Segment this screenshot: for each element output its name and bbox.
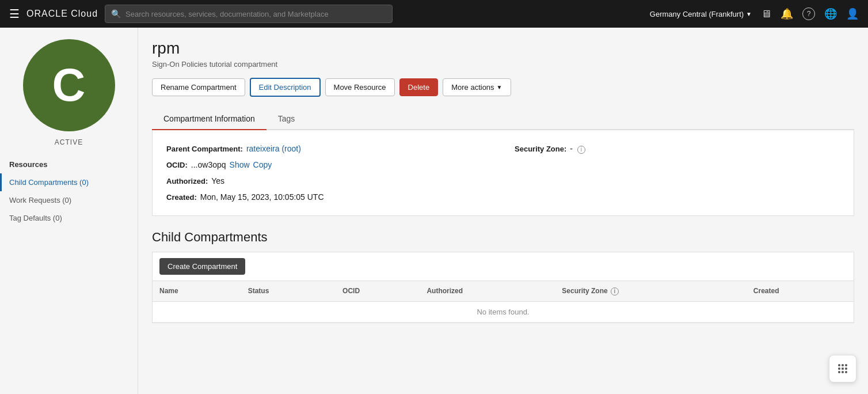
sidebar: C ACTIVE Resources Child Compartments (0… [0, 28, 138, 394]
page-title: rpm [152, 39, 854, 58]
page-subtitle: Sign-On Policies tutorial compartment [152, 60, 854, 69]
cloud-icon[interactable]: 🖥 [761, 8, 771, 20]
security-zone-value: - [570, 144, 573, 153]
create-compartment-button[interactable]: Create Compartment [159, 258, 245, 275]
chevron-down-icon: ▼ [746, 11, 752, 17]
help-icon[interactable]: ? [802, 7, 815, 20]
chevron-down-icon: ▼ [497, 84, 502, 90]
help-float-button[interactable] [829, 355, 856, 382]
sidebar-item-tag-defaults[interactable]: Tag Defaults (0) [0, 209, 138, 227]
region-selector[interactable]: Germany Central (Frankfurt) ▼ [650, 10, 752, 18]
user-icon[interactable]: 👤 [846, 7, 859, 20]
parent-compartment-link[interactable]: rateixeira (root) [246, 144, 301, 153]
col-security-zone: Security Zone i [555, 281, 747, 301]
status-badge: ACTIVE [55, 138, 83, 146]
main-layout: C ACTIVE Resources Child Compartments (0… [0, 28, 868, 394]
created-field: Created: Mon, May 15, 2023, 10:05:05 UTC [166, 192, 492, 202]
security-zone-field: Security Zone: - i [515, 144, 840, 154]
main-content: rpm Sign-On Policies tutorial compartmen… [138, 28, 868, 394]
tab-compartment-information[interactable]: Compartment Information [152, 108, 267, 130]
col-name: Name [153, 281, 241, 301]
move-resource-button[interactable]: Move Resource [325, 78, 395, 96]
table-header: Name Status OCID Authorized Security Zon… [153, 281, 854, 301]
sidebar-item-work-requests[interactable]: Work Requests (0) [0, 191, 138, 209]
table-empty-row: No items found. [153, 301, 854, 322]
col-created: Created [747, 281, 854, 301]
authorized-label: Authorized: [166, 177, 208, 185]
tab-tags[interactable]: Tags [267, 108, 307, 130]
col-ocid: OCID [336, 281, 420, 301]
topnav: ☰ ORACLE Cloud 🔍 Germany Central (Frankf… [0, 0, 868, 28]
search-bar[interactable]: 🔍 [105, 5, 393, 23]
hamburger-icon[interactable]: ☰ [9, 7, 20, 21]
parent-compartment-label: Parent Compartment: [166, 145, 243, 153]
parent-compartment-field: Parent Compartment: rateixeira (root) [166, 144, 492, 153]
child-compartments-table: Name Status OCID Authorized Security Zon… [153, 281, 854, 323]
ocid-show-link[interactable]: Show [230, 160, 250, 169]
authorized-value: Yes [211, 176, 224, 185]
delete-button[interactable]: Delete [399, 78, 439, 96]
search-input[interactable] [125, 10, 386, 18]
ocid-field: OCID: ...ow3opq Show Copy [166, 160, 492, 169]
rename-compartment-button[interactable]: Rename Compartment [152, 78, 245, 96]
authorized-field: Authorized: Yes [166, 176, 492, 185]
info-left: Parent Compartment: rateixeira (root) OC… [166, 144, 492, 202]
sidebar-nav: Child Compartments (0) Work Requests (0)… [0, 173, 138, 227]
info-right: Security Zone: - i [515, 144, 840, 202]
tabs: Compartment Information Tags [152, 108, 854, 130]
table-body: No items found. [153, 301, 854, 322]
action-bar: Rename Compartment Edit Description Move… [152, 78, 854, 97]
col-status: Status [241, 281, 336, 301]
ocid-copy-link[interactable]: Copy [253, 160, 272, 169]
info-grid: Parent Compartment: rateixeira (root) OC… [166, 144, 840, 202]
grid-icon [838, 364, 847, 373]
child-compartments-table-container: Create Compartment Name Status OCID Auth… [152, 252, 854, 323]
region-label: Germany Central (Frankfurt) [650, 10, 744, 18]
globe-icon[interactable]: 🌐 [824, 7, 837, 20]
topnav-right: Germany Central (Frankfurt) ▼ 🖥 🔔 ? 🌐 👤 [650, 7, 859, 20]
child-compartments-title: Child Compartments [152, 230, 854, 245]
col-authorized: Authorized [420, 281, 555, 301]
security-zone-label: Security Zone: [515, 145, 566, 153]
created-value: Mon, May 15, 2023, 10:05:05 UTC [200, 192, 324, 202]
sidebar-item-child-compartments[interactable]: Child Compartments (0) [0, 173, 138, 191]
oracle-logo: ORACLE Cloud [26, 9, 98, 19]
resources-section-title: Resources [0, 160, 56, 173]
security-zone-info-icon[interactable]: i [577, 146, 585, 154]
search-icon: 🔍 [111, 9, 121, 18]
table-toolbar: Create Compartment [153, 252, 854, 281]
security-zone-col-info-icon[interactable]: i [611, 287, 619, 296]
ocid-label: OCID: [166, 161, 188, 169]
ocid-value: ...ow3opq [191, 160, 226, 169]
edit-description-button[interactable]: Edit Description [250, 78, 321, 97]
avatar: C [23, 39, 115, 131]
empty-message: No items found. [153, 301, 854, 322]
more-actions-button[interactable]: More actions ▼ [443, 78, 511, 96]
bell-icon[interactable]: 🔔 [781, 7, 793, 20]
compartment-info-panel: Parent Compartment: rateixeira (root) OC… [152, 130, 854, 216]
created-label: Created: [166, 193, 197, 202]
